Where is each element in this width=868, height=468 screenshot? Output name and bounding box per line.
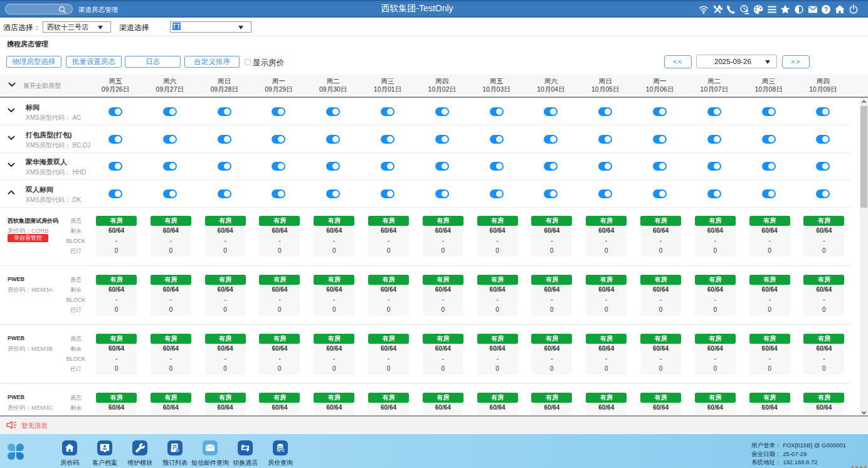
svg-text:?: ? — [824, 6, 828, 13]
